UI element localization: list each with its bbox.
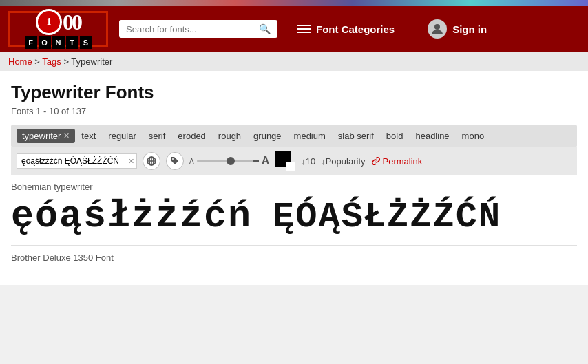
font-item-2: Brother Deluxe 1350 Font	[11, 246, 577, 274]
search-button[interactable]: 🔍	[259, 23, 271, 34]
tags-bar: typewriter ✕ text regular serif eroded r…	[11, 125, 577, 147]
tag-slab-serif[interactable]: slab serif	[332, 129, 380, 143]
filter-bar: ✕ A A	[11, 147, 577, 175]
size-slider-track	[197, 160, 259, 162]
remove-tag-button[interactable]: ✕	[63, 131, 70, 140]
logo-letter-f: F	[25, 36, 37, 49]
clear-preview-button[interactable]: ✕	[128, 157, 134, 166]
tag-eroded[interactable]: eroded	[171, 129, 211, 143]
tag-headline[interactable]: headline	[409, 129, 455, 143]
page-title: Typewriter Fonts	[11, 82, 577, 103]
signin-button[interactable]: Sign in	[419, 15, 495, 43]
count-display: ↓10	[301, 156, 315, 167]
font-preview-left-1: ęóąśłżżźćń	[11, 196, 252, 238]
logo-letter-o: O	[39, 36, 51, 49]
top-image-strip	[0, 0, 588, 6]
count-value: ↓10	[301, 156, 315, 167]
main-content: Typewriter Fonts Fonts 1 - 10 of 137 typ…	[0, 71, 588, 285]
page-subtitle: Fonts 1 - 10 of 137	[11, 106, 577, 116]
size-slider: A A	[189, 155, 269, 167]
font-preview-right-1: ĘÓĄŚŁŻŻŹĆŃ	[273, 197, 501, 237]
sort-label-text: ↓Popularity	[321, 156, 365, 167]
tag-regular[interactable]: regular	[102, 129, 142, 143]
active-tag-label: typewriter	[22, 131, 61, 141]
logo-letter-t: T	[66, 36, 78, 49]
tag-text[interactable]: text	[75, 129, 102, 143]
tag-medium[interactable]: medium	[288, 129, 332, 143]
breadcrumb: Home > Tags > Typewriter	[0, 52, 588, 71]
permalink-button[interactable]: Permalink	[371, 156, 423, 167]
svg-point-0	[434, 24, 440, 30]
logo-letter-s: S	[80, 36, 92, 49]
font-name-2: Brother Deluxe 1350 Font	[11, 253, 577, 263]
tag-grunge[interactable]: grunge	[247, 129, 287, 143]
font-categories-button[interactable]: Font Categories	[288, 19, 403, 39]
tags-filter-button[interactable]	[166, 152, 184, 170]
search-box: 🔍	[119, 20, 277, 38]
user-icon	[428, 19, 447, 39]
font-preview-row-1: ęóąśłżżźćń ĘÓĄŚŁŻŻŹĆŃ	[11, 196, 577, 238]
active-tag: typewriter ✕	[17, 129, 75, 143]
size-large-label: A	[262, 155, 270, 167]
font-categories-label: Font Categories	[316, 23, 395, 35]
breadcrumb-home[interactable]: Home	[8, 56, 32, 67]
sort-selector[interactable]: ↓Popularity	[321, 156, 365, 167]
search-input[interactable]	[126, 24, 253, 34]
tag-mono[interactable]: mono	[456, 129, 491, 143]
breadcrumb-sep1: >	[34, 56, 42, 67]
breadcrumb-sep2: >	[63, 56, 71, 67]
font-item-1: Bohemian typewriter ęóąśłżżźćń ĘÓĄŚŁŻŻŹĆ…	[11, 175, 577, 246]
signin-label: Sign in	[452, 23, 487, 35]
logo[interactable]: 1 00 F O N T S	[8, 11, 108, 47]
tag-rough[interactable]: rough	[212, 129, 247, 143]
logo-letter-n: N	[52, 36, 65, 49]
header: 1 00 F O N T S 🔍 Font Categories	[0, 6, 588, 52]
breadcrumb-tags[interactable]: Tags	[42, 56, 61, 67]
tag-serif[interactable]: serif	[143, 129, 172, 143]
font-name-1: Bohemian typewriter	[11, 182, 577, 192]
size-slider-thumb[interactable]	[227, 157, 235, 165]
hamburger-icon	[297, 25, 311, 33]
size-small-label: A	[189, 158, 194, 165]
breadcrumb-current: Typewriter	[71, 56, 112, 67]
globe-button[interactable]	[143, 152, 160, 170]
tag-bold[interactable]: bold	[380, 129, 410, 143]
svg-point-5	[172, 158, 174, 160]
color-picker[interactable]	[275, 151, 295, 171]
permalink-label: Permalink	[383, 156, 423, 167]
preview-text-input[interactable]	[17, 153, 137, 169]
